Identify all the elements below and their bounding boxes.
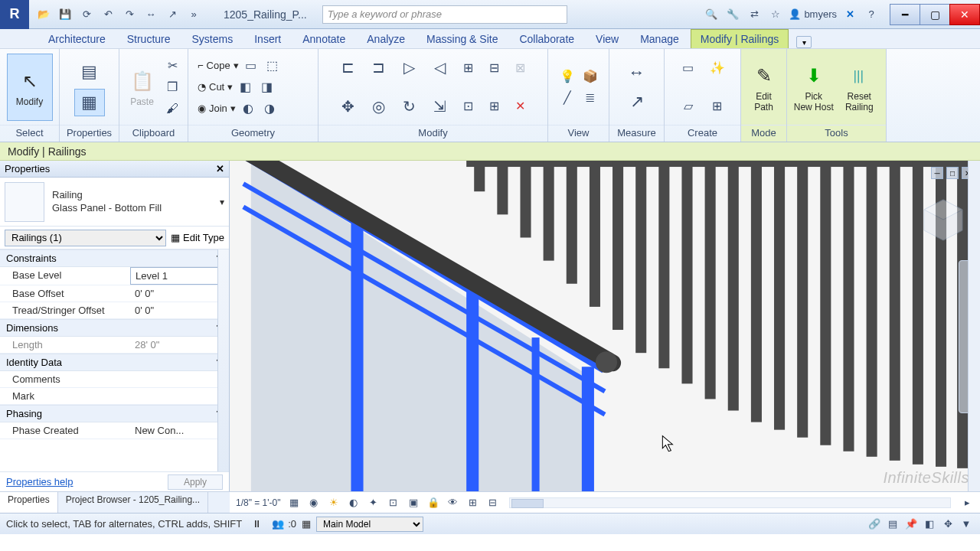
geom4-icon[interactable]: ◨	[257, 78, 276, 96]
cut-geom-button[interactable]: ◔Cut▾◧◨	[194, 78, 279, 96]
copy-icon[interactable]: ❐	[163, 78, 181, 96]
x-cloud-icon[interactable]: ✕	[841, 6, 858, 23]
vertical-scrollbar[interactable]	[968, 161, 980, 491]
line-icon[interactable]: ╱	[558, 89, 577, 107]
drag-icon[interactable]: ✥	[940, 517, 956, 532]
group-constraints[interactable]: Constraints⌃	[0, 249, 229, 267]
view-max-icon[interactable]: □	[946, 167, 959, 179]
close-button[interactable]: ✕	[949, 4, 980, 25]
filter-icon[interactable]: ▼	[959, 517, 974, 532]
delete-icon[interactable]: ✕	[511, 97, 530, 116]
exchange-icon[interactable]: ⇄	[746, 6, 763, 23]
chevron-down-icon[interactable]: ▾	[220, 197, 224, 207]
view-cube[interactable]	[920, 196, 966, 242]
tab-modify-railings[interactable]: Modify | Railings	[691, 29, 789, 48]
geom1-icon[interactable]: ▭	[242, 57, 260, 75]
tab-manage[interactable]: Manage	[630, 29, 689, 48]
tab-structure[interactable]: Structure	[117, 29, 181, 48]
workset-select[interactable]: Main Model	[316, 517, 423, 532]
group-dimensions[interactable]: Dimensions⌃	[0, 319, 229, 337]
editable-only-icon[interactable]: 👥	[271, 517, 285, 531]
analytical-icon[interactable]: ⊟	[486, 496, 500, 510]
model-canvas[interactable]	[230, 161, 980, 491]
create1-icon[interactable]: ▭	[677, 57, 700, 80]
scroll-right-icon[interactable]: ▸	[960, 496, 974, 510]
tab-analyze[interactable]: Analyze	[357, 29, 415, 48]
prop-value[interactable]	[130, 371, 218, 387]
dimension-icon[interactable]: ↔	[624, 60, 650, 86]
search-input[interactable]: Type a keyword or phrase	[322, 5, 567, 24]
box-icon[interactable]: 📦	[581, 67, 599, 86]
ribbon-minimize-icon[interactable]: ▾	[796, 36, 812, 48]
rotate-tool-icon[interactable]: ↻	[398, 95, 421, 118]
crop-region-icon[interactable]: ▣	[407, 496, 420, 510]
tab-insert[interactable]: Insert	[244, 29, 291, 48]
tab-massing-site[interactable]: Massing & Site	[416, 29, 508, 48]
viewport[interactable]: ─ □ ✕ InfiniteSkills	[230, 161, 980, 491]
selected-railing[interactable]	[236, 161, 617, 491]
binoculars-icon[interactable]: 🔍	[703, 6, 720, 23]
visual-style-icon[interactable]: ◉	[307, 496, 321, 510]
copy-tool-icon[interactable]: ◎	[368, 95, 390, 118]
geom6-icon[interactable]: ◑	[260, 99, 279, 118]
view-min-icon[interactable]: ─	[931, 167, 943, 179]
tab-view[interactable]: View	[586, 29, 629, 48]
edit-type-button[interactable]: ▦ Edit Type	[171, 232, 224, 243]
app-menu-icon[interactable]: R	[0, 0, 29, 29]
group-phasing[interactable]: Phasing⌃	[0, 405, 229, 422]
lock-icon[interactable]: 🔒	[426, 496, 440, 510]
create3-icon[interactable]: ▱	[677, 94, 700, 117]
help-icon[interactable]: ?	[863, 6, 880, 23]
measure-icon[interactable]: ↔	[142, 6, 159, 23]
trim-tool-icon[interactable]: ⇲	[429, 95, 452, 118]
cut-icon[interactable]: ✂	[163, 57, 181, 75]
redo-icon[interactable]: ↷	[121, 6, 138, 23]
detail-level-icon[interactable]: ▦	[287, 496, 301, 510]
reset-railing-button[interactable]: ⫼ Reset Railing	[839, 54, 880, 121]
select-face-icon[interactable]: ◧	[922, 517, 937, 532]
properties-palette-icon[interactable]: ▦	[74, 89, 105, 116]
select-links-icon[interactable]: 🔗	[867, 517, 882, 532]
close-panel-icon[interactable]: ✕	[216, 163, 224, 174]
match-icon[interactable]: 🖌	[163, 99, 181, 118]
select-pinned-icon[interactable]: 📌	[903, 517, 919, 532]
grp4-icon[interactable]: ⊡	[459, 97, 478, 116]
tab-collaborate[interactable]: Collaborate	[509, 29, 584, 48]
temp-hide-icon[interactable]: 👁	[446, 496, 460, 510]
type-properties-icon[interactable]: ▤	[74, 58, 105, 86]
prop-value[interactable]: Level 1	[130, 267, 218, 285]
geom3-icon[interactable]: ◧	[236, 78, 254, 96]
geom2-icon[interactable]: ⬚	[263, 57, 282, 75]
apply-button[interactable]: Apply	[168, 474, 223, 490]
create4-icon[interactable]: ⊞	[706, 94, 729, 117]
sun-path-icon[interactable]: ☀	[327, 496, 341, 510]
horizontal-scrollbar[interactable]	[509, 497, 951, 508]
key-icon[interactable]: 🔧	[724, 6, 741, 23]
open-icon[interactable]: 📂	[35, 6, 52, 23]
grp3-icon[interactable]: ⊠	[511, 58, 530, 77]
grp5-icon[interactable]: ⊞	[485, 97, 504, 116]
tab-systems[interactable]: Systems	[182, 29, 243, 48]
minimize-button[interactable]: ━	[890, 4, 920, 25]
mirror-tool-icon[interactable]: ▷	[398, 56, 421, 79]
undo-icon[interactable]: ↶	[100, 6, 116, 23]
join-button[interactable]: ◉Join▾◐◑	[194, 99, 282, 118]
mirror2-tool-icon[interactable]: ◁	[429, 56, 452, 79]
crop-icon[interactable]: ⊡	[387, 496, 400, 510]
measure-tool-icon[interactable]: ↗	[624, 89, 650, 115]
pick-new-host-button[interactable]: ⬇ Pick New Host	[793, 54, 835, 121]
edit-path-button[interactable]: ✎ Edit Path	[747, 54, 780, 121]
view-scale[interactable]: 1/8" = 1'-0"	[236, 497, 281, 508]
maximize-button[interactable]: ▢	[920, 4, 950, 25]
prop-value[interactable]: 0' 0"	[130, 285, 218, 302]
cope-button[interactable]: ⌐Cope▾▭⬚	[194, 57, 285, 75]
render-icon[interactable]: ✦	[367, 496, 381, 510]
grp1-icon[interactable]: ⊞	[459, 58, 478, 77]
shadows-icon[interactable]: ◐	[347, 496, 361, 510]
save-icon[interactable]: 💾	[57, 6, 74, 23]
prop-value[interactable]: 0' 0"	[130, 302, 218, 318]
favorite-icon[interactable]: ☆	[767, 6, 784, 23]
tab-annotate[interactable]: Annotate	[292, 29, 355, 48]
offset-tool-icon[interactable]: ⊐	[368, 56, 390, 79]
grp2-icon[interactable]: ⊟	[485, 58, 504, 77]
